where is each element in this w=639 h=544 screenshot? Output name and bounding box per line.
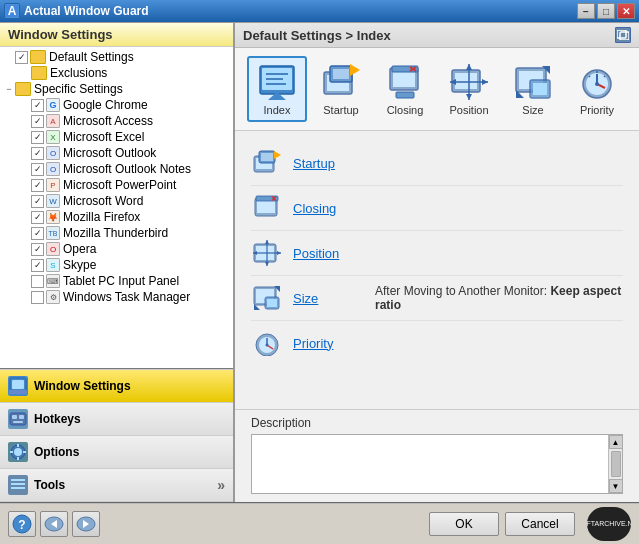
checkbox-outlooknotes[interactable] [31, 163, 44, 176]
checkbox-excel[interactable] [31, 131, 44, 144]
restore-icon[interactable] [615, 27, 631, 43]
tree-item-tablet[interactable]: ⌨ Tablet PC Input Panel [0, 273, 233, 289]
checkbox-access[interactable] [31, 115, 44, 128]
tree-item-skype[interactable]: S Skype [0, 257, 233, 273]
checkbox-outlook[interactable] [31, 147, 44, 160]
help-button[interactable]: ? [8, 511, 36, 537]
tree-item-default[interactable]: Default Settings [0, 49, 233, 65]
description-scrollbar[interactable]: ▲ ▼ [608, 435, 622, 493]
app-icon-thunderbird: TB [46, 226, 60, 240]
tree-item-taskmgr[interactable]: ⚙ Windows Task Manager [0, 289, 233, 305]
scroll-up-button[interactable]: ▲ [609, 435, 623, 449]
svg-rect-32 [393, 71, 415, 87]
svg-rect-12 [17, 457, 19, 460]
content-row-priority: Priority [251, 321, 623, 365]
toolbar-size[interactable]: Size [503, 56, 563, 122]
priority-icon [577, 62, 617, 102]
svg-marker-74 [265, 262, 269, 266]
nav-hotkeys[interactable]: Hotkeys [0, 403, 233, 436]
back-button[interactable] [40, 511, 68, 537]
nav-options[interactable]: Options [0, 436, 233, 469]
toolbar-position[interactable]: Position [439, 56, 499, 122]
toolbar-priority[interactable]: Priority [567, 56, 627, 122]
cancel-button[interactable]: Cancel [505, 512, 575, 536]
svg-line-58 [589, 76, 590, 77]
tree-item-firefox[interactable]: 🦊 Mozilla Firefox [0, 209, 233, 225]
svg-rect-62 [261, 153, 273, 161]
label-skype: Skype [63, 258, 96, 272]
checkbox-tablet[interactable] [31, 275, 44, 288]
tree-item-access[interactable]: A Microsoft Access [0, 113, 233, 129]
toolbar-size-label: Size [522, 104, 543, 116]
window-controls: − □ ✕ [577, 3, 635, 19]
maximize-button[interactable]: □ [597, 3, 615, 19]
scroll-down-button[interactable]: ▼ [609, 479, 623, 493]
content-size-desc: After Moving to Another Monitor: Keep as… [375, 284, 623, 312]
checkbox-chrome[interactable] [31, 99, 44, 112]
tree-area[interactable]: Default Settings Exclusions − Specific S… [0, 47, 233, 368]
checkbox-taskmgr[interactable] [31, 291, 44, 304]
right-panel: Default Settings > Index [235, 23, 639, 502]
nav-icon-window-settings [8, 376, 28, 396]
svg-marker-30 [350, 64, 360, 76]
checkbox-skype[interactable] [31, 259, 44, 272]
toolbar: Index Startup [235, 48, 639, 131]
nav-tools[interactable]: Tools » [0, 469, 233, 502]
nav-label-hotkeys: Hotkeys [34, 412, 81, 426]
size-icon [513, 62, 553, 102]
content-size-desc-prefix: After Moving to Another Monitor: [375, 284, 547, 298]
tree-item-outlook[interactable]: O Microsoft Outlook [0, 145, 233, 161]
app-icon-taskmgr: ⚙ [46, 290, 60, 304]
nav-label-window-settings: Window Settings [34, 379, 131, 393]
tree-item-powerpoint[interactable]: P Microsoft PowerPoint [0, 177, 233, 193]
checkbox-firefox[interactable] [31, 211, 44, 224]
scroll-thumb[interactable] [611, 451, 621, 477]
label-excel: Microsoft Excel [63, 130, 144, 144]
app-icon-word: W [46, 194, 60, 208]
toolbar-closing[interactable]: Closing [375, 56, 435, 122]
checkbox-thunderbird[interactable] [31, 227, 44, 240]
svg-point-10 [14, 448, 22, 456]
app-icon-opera: O [46, 242, 60, 256]
content-row-position: Position [251, 231, 623, 276]
content-priority-link[interactable]: Priority [293, 336, 363, 351]
toolbar-position-label: Position [449, 104, 488, 116]
nav-label-options: Options [34, 445, 79, 459]
tree-item-word[interactable]: W Microsoft Word [0, 193, 233, 209]
forward-button[interactable] [72, 511, 100, 537]
content-startup-link[interactable]: Startup [293, 156, 363, 171]
tree-item-exclusions[interactable]: Exclusions [0, 65, 233, 81]
toolbar-closing-label: Closing [387, 104, 424, 116]
tree-item-specific[interactable]: − Specific Settings [0, 81, 233, 97]
minimize-button[interactable]: − [577, 3, 595, 19]
checkbox-opera[interactable] [31, 243, 44, 256]
svg-rect-6 [12, 415, 17, 419]
svg-rect-65 [257, 200, 275, 213]
ok-button[interactable]: OK [429, 512, 499, 536]
tree-item-thunderbird[interactable]: TB Mozilla Thunderbird [0, 225, 233, 241]
checkbox-word[interactable] [31, 195, 44, 208]
content-closing-link[interactable]: Closing [293, 201, 363, 216]
close-button[interactable]: ✕ [617, 3, 635, 19]
toolbar-startup[interactable]: Startup [311, 56, 371, 122]
main-container: Window Settings Default Settings Exclusi… [0, 22, 639, 502]
label-chrome: Google Chrome [63, 98, 148, 112]
content-size-link[interactable]: Size [293, 291, 363, 306]
label-thunderbird: Mozilla Thunderbird [63, 226, 168, 240]
toolbar-index[interactable]: Index [247, 56, 307, 122]
description-box[interactable]: ▲ ▼ [251, 434, 623, 494]
label-specific: Specific Settings [34, 82, 123, 96]
tree-item-chrome[interactable]: G Google Chrome [0, 97, 233, 113]
expand-specific[interactable]: − [4, 84, 14, 94]
tree-item-outlooknotes[interactable]: O Microsoft Outlook Notes [0, 161, 233, 177]
svg-rect-4 [9, 390, 27, 394]
label-access: Microsoft Access [63, 114, 153, 128]
nav-window-settings[interactable]: Window Settings [0, 370, 233, 403]
checkbox-powerpoint[interactable] [31, 179, 44, 192]
tree-item-excel[interactable]: X Microsoft Excel [0, 129, 233, 145]
checkbox-default[interactable] [15, 51, 28, 64]
closing-icon [385, 62, 425, 102]
content-position-link[interactable]: Position [293, 246, 363, 261]
tree-item-opera[interactable]: O Opera [0, 241, 233, 257]
app-icon-outlooknotes: O [46, 162, 60, 176]
